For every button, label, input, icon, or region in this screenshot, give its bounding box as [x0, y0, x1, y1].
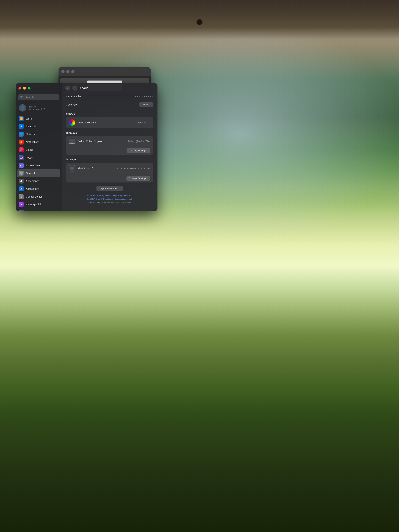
display-spec: 24-inch (4480 × 2520)	[128, 140, 150, 143]
network-icon: 🌐	[19, 132, 24, 137]
macos-row: macOS Sonoma Version 14.3.1	[66, 117, 153, 128]
serial-number-row: Serial Number ••••••••••	[66, 93, 153, 100]
bg-dot-3	[71, 70, 75, 73]
search-bar[interactable]: 🔍 Search	[18, 94, 59, 100]
storage-available: 225.69 GB available of 245.11 GB	[115, 167, 150, 170]
display-row: Built-in Retina Display 24-inch (4480 × …	[66, 136, 153, 146]
storage-info: Macintosh HD	[78, 167, 113, 170]
sidebar-label-accessibility: Accessibility	[26, 187, 39, 190]
sidebar-label-wifi: Wi-Fi	[26, 117, 32, 120]
sign-in-row[interactable]: 👤 Sign in with your Apple ID	[17, 102, 60, 113]
macos-section-header: macOS	[66, 112, 153, 115]
storage-icon-inner	[70, 167, 74, 170]
display-settings-row: Display Settings...	[66, 146, 153, 155]
storage-section-header: Storage	[66, 158, 153, 161]
software-license-link[interactable]: Software License Agreement	[86, 194, 111, 196]
macos-card: macOS Sonoma Version 14.3.1	[66, 117, 153, 128]
sign-in-title: Sign in	[28, 105, 45, 108]
displays-section-header: Displays	[66, 131, 153, 134]
display-name: Built-in Retina Display	[78, 140, 125, 143]
display-icon	[69, 139, 75, 144]
back-button[interactable]: ‹	[65, 86, 70, 91]
macos-info: macOS Sonoma	[78, 121, 133, 124]
macos-name: macOS Sonoma	[78, 121, 133, 124]
notifications-icon: 🔔	[19, 139, 24, 145]
sidebar-item-focus[interactable]: 🌙 Focus	[17, 154, 60, 162]
content-body: Serial Number •••••••••• Coverage Detail…	[62, 93, 158, 211]
sidebar-item-notifications[interactable]: 🔔 Notifications	[17, 138, 60, 146]
bg-dot-2	[66, 70, 70, 73]
monitor-bezel	[0, 0, 399, 39]
sidebar-label-screentime: Screen Time	[26, 164, 40, 167]
sidebar-item-wifi[interactable]: 📶 Wi-Fi	[17, 115, 60, 122]
coverage-row: Coverage Details...	[66, 100, 153, 109]
close-button[interactable]	[19, 87, 21, 89]
search-placeholder: Search	[25, 96, 34, 99]
person-icon: 👤	[20, 106, 25, 110]
sidebar-label-controlcenter: Control Center	[26, 195, 42, 198]
maximize-button[interactable]	[28, 87, 31, 89]
footer-links: Software License Agreement - Regulatory …	[66, 194, 153, 201]
general-icon: ⚙️	[19, 171, 24, 176]
sidebar-label-appearance: Appearance	[26, 180, 39, 183]
main-content: ‹ › About Serial Number •••••••••• Cover…	[62, 83, 158, 211]
sidebar-label-bluetooth: Bluetooth	[26, 125, 36, 128]
siri-icon: ✦	[19, 202, 24, 207]
sidebar-titlebar	[16, 83, 62, 93]
system-report-button[interactable]: System Report...	[96, 186, 123, 191]
sign-in-text: Sign in with your Apple ID	[28, 105, 45, 110]
sidebar-item-siri[interactable]: ✦ Siri & Spotlight	[17, 201, 60, 208]
macos-version: Version 14.3.1	[136, 121, 150, 124]
sound-icon: 🔊	[19, 147, 24, 152]
controlcenter-icon: ⊞	[19, 194, 24, 199]
page-title: About	[79, 87, 88, 90]
bg-dot-1	[61, 70, 64, 73]
storage-settings-row: Storage Settings...	[66, 174, 153, 183]
sidebar: 🔍 Search 👤 Sign in with your Apple ID	[16, 83, 62, 211]
sidebar-label-focus: Focus	[26, 156, 33, 159]
wifi-icon: 📶	[19, 116, 24, 121]
focus-icon: 🌙	[19, 155, 24, 160]
camera-dot	[197, 20, 202, 25]
appearance-icon: ◑	[19, 178, 24, 184]
desktop: 🔍 Search 👤 Sign in with your Apple ID	[0, 0, 399, 532]
sidebar-item-bluetooth[interactable]: B Bluetooth	[17, 122, 60, 130]
sidebar-label-general: General	[26, 172, 35, 175]
storage-name: Macintosh HD	[78, 167, 113, 170]
sidebar-content: 👤 Sign in with your Apple ID 📶 Wi-Fi	[16, 102, 62, 211]
sidebar-item-general[interactable]: ⚙️ General	[17, 169, 60, 177]
display-info: Built-in Retina Display	[78, 140, 125, 143]
coverage-label: Coverage	[66, 103, 77, 106]
energy-star-link[interactable]: ENERGY STAR® Compliance	[87, 198, 113, 200]
sidebar-item-screentime[interactable]: ⏱ Screen Time	[17, 162, 60, 169]
search-icon: 🔍	[20, 95, 24, 99]
minimize-button[interactable]	[23, 87, 26, 89]
display-settings-button[interactable]: Display Settings...	[127, 148, 150, 153]
avatar: 👤	[19, 104, 26, 112]
system-report-row: System Report...	[66, 186, 153, 191]
storage-card: Macintosh HD 225.69 GB available of 245.…	[66, 163, 153, 183]
sign-in-subtitle: with your Apple ID	[28, 108, 45, 110]
sidebar-item-network[interactable]: 🌐 Network	[17, 130, 60, 138]
sidebar-item-appearance[interactable]: ◑ Appearance	[17, 177, 60, 185]
accessibility-icon: ♿	[19, 186, 24, 191]
sidebar-item-controlcenter[interactable]: ⊞ Control Center	[17, 193, 60, 201]
system-preferences-window: 🔍 Search 👤 Sign in with your Apple ID	[16, 83, 158, 211]
regulatory-cert-link[interactable]: Regulatory Certification	[113, 194, 133, 196]
sidebar-label-network: Network	[26, 133, 35, 136]
displays-card: Built-in Retina Display 24-inch (4480 × …	[66, 136, 153, 155]
sidebar-item-sound[interactable]: 🔊 Sound	[17, 146, 60, 154]
macos-icon	[69, 119, 75, 126]
storage-row: Macintosh HD 225.69 GB available of 245.…	[66, 163, 153, 174]
sidebar-label-sound: Sound	[26, 148, 33, 151]
forward-button[interactable]: ›	[72, 86, 77, 91]
sidebar-item-privacy[interactable]: 🔒 Privacy & Security	[17, 208, 60, 211]
license-agreement-link[interactable]: License Agreement	[115, 198, 132, 200]
sidebar-label-notifications: Notifications	[26, 141, 39, 144]
footer-copyright: ™ and © 1983-2024 Apple Inc. All Rights …	[66, 201, 153, 203]
bluetooth-icon: B	[19, 124, 24, 129]
storage-settings-button[interactable]: Storage Settings...	[127, 176, 150, 181]
coverage-details-button[interactable]: Details...	[139, 102, 153, 107]
sidebar-label-siri: Siri & Spotlight	[26, 203, 42, 206]
sidebar-item-accessibility[interactable]: ♿ Accessibility	[17, 185, 60, 193]
